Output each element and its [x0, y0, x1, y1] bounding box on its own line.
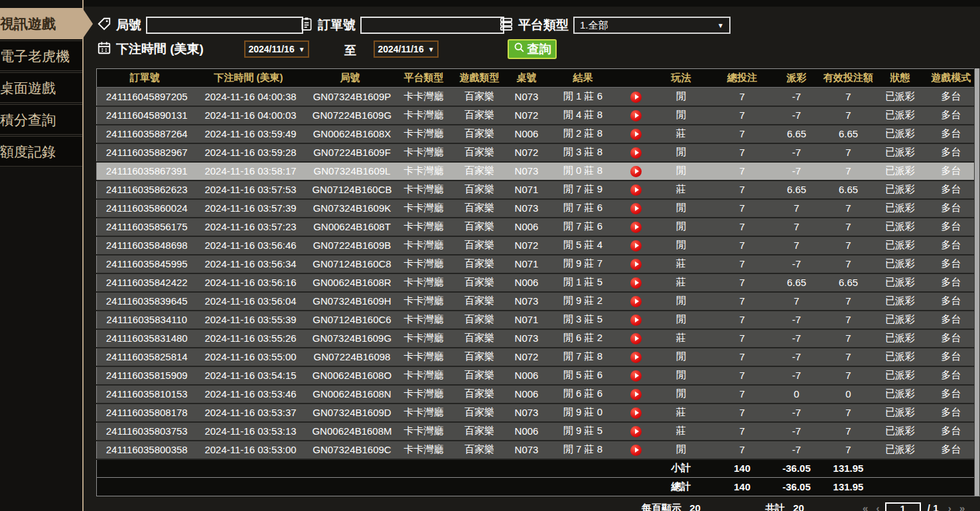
play-icon[interactable]	[630, 315, 642, 326]
play-icon[interactable]	[630, 184, 642, 196]
table-scrollbar[interactable]	[974, 68, 980, 496]
table-row[interactable]: 2411160358459952024-11-16 03:56:34GN0712…	[97, 255, 980, 273]
table-no-cell: N072	[508, 143, 546, 162]
table-row[interactable]: 2411160358341102024-11-16 03:55:39GN0712…	[97, 311, 980, 329]
table-row[interactable]: 2411160358101532024-11-16 03:53:46GN0062…	[97, 385, 980, 403]
play-icon[interactable]	[630, 129, 642, 140]
records-table: 訂單號下注時間 (美東)局號平台類型遊戲類型桌號結果玩法總投注派彩有效投注額狀態…	[96, 68, 980, 496]
play-icon[interactable]	[630, 389, 642, 400]
table-row[interactable]: 2411160358396452024-11-16 03:56:04GN0732…	[97, 292, 980, 311]
first-page-button[interactable]: «	[860, 502, 871, 511]
valid-bet-cell: 7	[819, 88, 878, 106]
total-bet-cell: 7	[711, 348, 774, 366]
table-row[interactable]: 2411160358159092024-11-16 03:54:15GN0062…	[97, 366, 980, 385]
date-to-picker[interactable]: 2024/11/16 ▼	[374, 40, 439, 58]
play-icon[interactable]	[630, 445, 642, 456]
sidebar-item-credit-records[interactable]: 額度記錄	[0, 136, 82, 167]
table-row[interactable]: 2411160458972052024-11-16 04:00:38GN0732…	[97, 88, 980, 106]
mode-cell: 多台	[923, 143, 980, 162]
play-icon[interactable]	[630, 110, 642, 121]
sidebar-item-live-games[interactable]: 視訊遊戲	[0, 8, 82, 39]
table-row[interactable]: 2411160358673912024-11-16 03:58:17GN0732…	[97, 162, 980, 181]
table-row[interactable]: 2411160358003582024-11-16 03:53:00GN0732…	[97, 441, 980, 459]
prev-page-button[interactable]: ‹	[874, 502, 882, 511]
play-method-cell: 閒	[652, 88, 711, 106]
per-page-group: 每頁顯示 20	[642, 502, 701, 511]
play-icon[interactable]	[630, 203, 642, 214]
bet-time-cell: 2024-11-16 03:59:49	[193, 125, 305, 143]
total-bet-cell: 7	[711, 311, 774, 329]
payout-cell: -7	[774, 329, 819, 348]
table-row[interactable]: 2411160358037532024-11-16 03:53:13GN0062…	[97, 422, 980, 441]
table-row[interactable]: 2411160358314802024-11-16 03:55:26GN0732…	[97, 329, 980, 348]
table-row[interactable]: 2411160358424222024-11-16 03:56:16GN0062…	[97, 273, 980, 292]
mode-cell: 多台	[923, 181, 980, 199]
table-row[interactable]: 2411160358600242024-11-16 03:57:39GN0732…	[97, 199, 980, 218]
round-cell: GN07124B160CB	[305, 181, 396, 199]
clipboard-icon	[300, 17, 313, 34]
next-page-button[interactable]: ›	[945, 502, 954, 511]
play-icon[interactable]	[630, 147, 642, 159]
platform-type-select[interactable]: 1.全部 ▼	[573, 17, 731, 34]
valid-bet-cell: 6.65	[819, 125, 878, 143]
game-type-cell: 百家樂	[452, 403, 508, 422]
result-cell: 閒 6 莊 2	[546, 329, 620, 348]
column-header: 桌號	[508, 69, 546, 88]
platform-cell: 卡卡灣廳	[396, 311, 452, 329]
last-page-button[interactable]: »	[957, 502, 967, 511]
valid-bet-cell: 7	[819, 162, 878, 181]
play-cell	[620, 441, 652, 459]
total-bet-cell: 7	[711, 366, 774, 385]
play-icon[interactable]	[630, 166, 642, 177]
sidebar-item-slot-machines[interactable]: 電子老虎機	[0, 40, 82, 71]
payout-cell: -7	[774, 106, 819, 125]
sidebar-item-table-games[interactable]: 桌面遊戲	[0, 72, 82, 103]
play-method-cell: 閒	[652, 106, 711, 125]
search-button[interactable]: 查詢	[508, 39, 557, 59]
play-icon[interactable]	[630, 333, 642, 344]
game-type-cell: 百家樂	[452, 366, 508, 385]
play-icon[interactable]	[630, 259, 642, 270]
mode-cell: 多台	[923, 422, 980, 441]
play-icon[interactable]	[630, 240, 642, 252]
play-triangle	[635, 169, 639, 174]
table-row[interactable]: 2411160358829672024-11-16 03:59:28GN0722…	[97, 143, 980, 162]
table-row[interactable]: 2411160358626232024-11-16 03:57:53GN0712…	[97, 181, 980, 199]
result-cell: 閒 7 莊 8	[546, 348, 620, 366]
table-no-cell: N073	[508, 88, 546, 106]
sidebar-item-points-query[interactable]: 積分查詢	[0, 104, 82, 135]
table-row[interactable]: 2411160358872642024-11-16 03:59:49GN0062…	[97, 125, 980, 143]
play-icon[interactable]	[630, 277, 642, 289]
round-cell: GN07124B160C6	[305, 311, 396, 329]
game-type-cell: 百家樂	[452, 181, 508, 199]
round-number-input[interactable]	[146, 17, 303, 34]
order-number-input[interactable]	[360, 17, 504, 34]
game-type-cell: 百家樂	[452, 329, 508, 348]
table-row[interactable]: 2411160358561752024-11-16 03:57:23GN0062…	[97, 218, 980, 236]
table-row[interactable]: 2411160458901312024-11-16 04:00:03GN0722…	[97, 106, 980, 125]
table-row[interactable]: 2411160358258142024-11-16 03:55:00GN0722…	[97, 348, 980, 366]
page-number-input[interactable]: 1	[885, 502, 921, 511]
date-from-picker[interactable]: 2024/11/16 ▼	[244, 40, 309, 58]
per-page-value[interactable]: 20	[689, 502, 701, 511]
total-bet-cell: 7	[711, 292, 774, 311]
play-icon[interactable]	[630, 92, 642, 103]
table-no-cell: N006	[508, 273, 546, 292]
play-icon[interactable]	[630, 296, 642, 307]
payout-cell: -7	[774, 403, 819, 422]
table-row[interactable]: 2411160358081782024-11-16 03:53:37GN0732…	[97, 403, 980, 422]
result-cell: 閒 6 莊 6	[546, 385, 620, 403]
status-cell: 已派彩	[878, 311, 923, 329]
play-icon[interactable]	[630, 407, 642, 419]
valid-bet-cell: 7	[819, 292, 878, 311]
table-row[interactable]: 2411160358486982024-11-16 03:56:46GN0722…	[97, 236, 980, 255]
play-icon[interactable]	[630, 370, 642, 382]
result-cell: 閒 1 莊 6	[546, 88, 620, 106]
bet-time-cell: 2024-11-16 03:59:28	[193, 143, 305, 162]
result-cell: 閒 9 莊 0	[546, 403, 620, 422]
play-icon[interactable]	[630, 426, 642, 437]
scrollbar-thumb[interactable]	[975, 68, 979, 496]
play-icon[interactable]	[630, 352, 642, 363]
play-method-cell: 莊	[652, 329, 711, 348]
play-icon[interactable]	[630, 222, 642, 233]
